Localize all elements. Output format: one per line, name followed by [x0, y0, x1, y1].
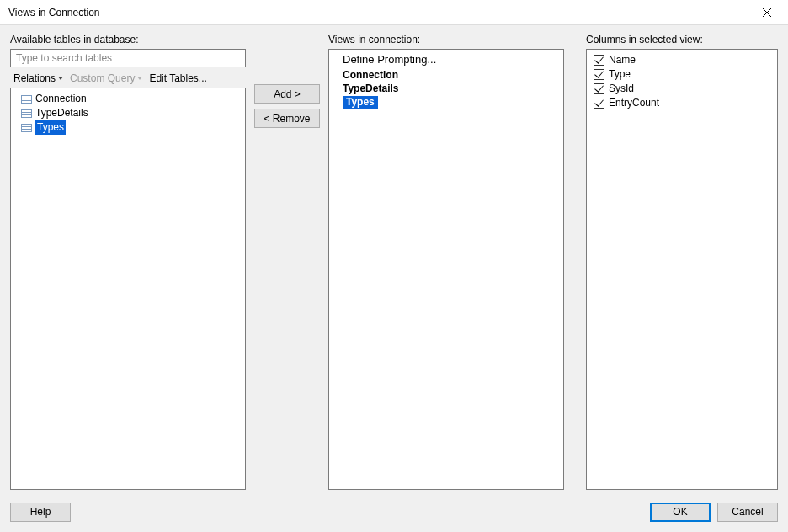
columns-panel: Columns in selected view: NameTypeSysIdE… — [586, 34, 778, 490]
available-tables-label: Available tables in database: — [10, 34, 246, 45]
available-tables-list[interactable]: ConnectionTypeDetailsTypes — [10, 88, 246, 490]
column-row-label: SysId — [609, 82, 634, 96]
relations-menu[interactable]: Relations — [13, 72, 63, 84]
checkbox-icon[interactable] — [594, 83, 604, 94]
columns-label: Columns in selected view: — [586, 34, 778, 45]
table-row-label: Types — [35, 120, 66, 135]
views-panel: Views in connection: Define Prompting...… — [328, 34, 564, 490]
view-row[interactable]: Connection — [329, 69, 563, 82]
available-tables-panel: Available tables in database: Relations … — [10, 34, 246, 490]
help-button[interactable]: Help — [10, 503, 71, 522]
close-button[interactable] — [754, 0, 780, 25]
dialog-footer: Help OK Cancel — [0, 497, 788, 532]
table-icon — [21, 95, 32, 104]
column-row[interactable]: SysId — [588, 82, 775, 96]
custom-query-label: Custom Query — [70, 72, 135, 84]
table-row[interactable]: TypeDetails — [13, 106, 243, 120]
remove-button[interactable]: < Remove — [254, 109, 320, 128]
checkbox-icon[interactable] — [594, 98, 604, 109]
cancel-button[interactable]: Cancel — [717, 503, 778, 522]
column-row[interactable]: Name — [588, 53, 775, 67]
edit-tables-label: Edit Tables... — [149, 72, 206, 84]
available-toolbar: Relations Custom Query Edit Tables... — [13, 72, 246, 84]
view-row[interactable]: TypeDetails — [329, 82, 563, 96]
view-row[interactable]: Types — [343, 96, 378, 109]
table-row[interactable]: Types — [13, 120, 243, 135]
close-icon — [763, 8, 771, 17]
dialog-content: Available tables in database: Relations … — [0, 25, 788, 497]
table-row-label: TypeDetails — [35, 106, 88, 120]
add-button[interactable]: Add > — [254, 84, 320, 104]
search-tables-input[interactable] — [10, 49, 246, 67]
checkbox-icon[interactable] — [594, 55, 604, 66]
column-row[interactable]: EntryCount — [588, 96, 775, 110]
column-row-label: Type — [609, 67, 631, 82]
columns-list[interactable]: NameTypeSysIdEntryCount — [586, 49, 778, 490]
column-row-label: Name — [609, 53, 636, 67]
relations-label: Relations — [13, 72, 56, 84]
table-row[interactable]: Connection — [13, 92, 243, 106]
column-row-label: EntryCount — [609, 96, 659, 110]
views-list[interactable]: Define Prompting... ConnectionTypeDetail… — [328, 49, 564, 490]
titlebar: Views in Connection — [0, 0, 788, 25]
ok-button[interactable]: OK — [650, 503, 711, 522]
chevron-down-icon — [58, 77, 63, 80]
table-icon — [21, 109, 32, 118]
column-row[interactable]: Type — [588, 67, 775, 82]
window-title: Views in Connection — [8, 7, 100, 19]
edit-tables-menu[interactable]: Edit Tables... — [149, 72, 206, 84]
table-icon — [21, 124, 32, 132]
transfer-buttons: Add > < Remove — [254, 34, 320, 490]
views-label: Views in connection: — [328, 34, 564, 45]
table-row-label: Connection — [35, 92, 87, 106]
define-prompting-link[interactable]: Define Prompting... — [329, 50, 563, 69]
chevron-down-icon — [137, 77, 142, 80]
custom-query-menu[interactable]: Custom Query — [70, 72, 142, 84]
checkbox-icon[interactable] — [594, 69, 604, 80]
